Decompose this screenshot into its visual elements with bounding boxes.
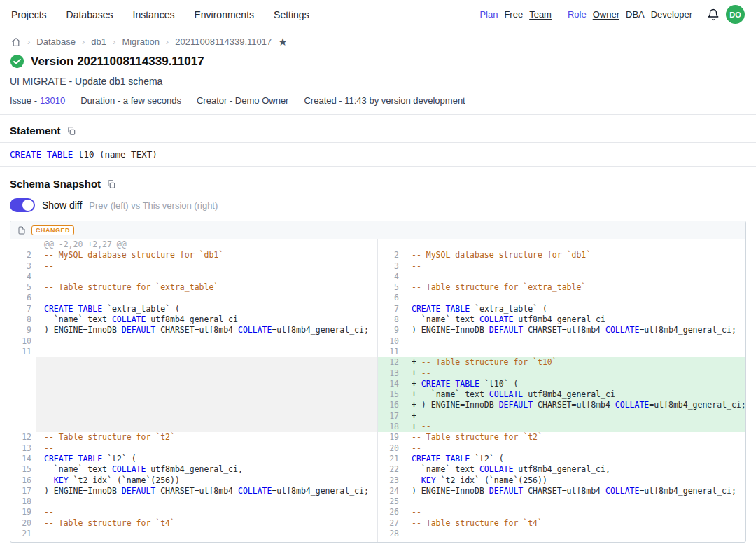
line-number: 3: [10, 261, 36, 272]
line-number: 2: [10, 250, 36, 260]
star-icon[interactable]: ★: [278, 36, 287, 47]
meta-duration: Duration - a few seconds: [80, 95, 181, 106]
migration-subtitle: UI MIGRATE - Update db1 schema: [0, 69, 756, 87]
line-content: --: [403, 507, 746, 517]
diff-line: [10, 400, 377, 410]
breadcrumb-migration[interactable]: Migration: [122, 36, 159, 47]
line-number: 16: [378, 400, 403, 410]
diff-line: 4--: [378, 272, 746, 282]
nav-environments[interactable]: Environments: [194, 9, 254, 20]
line-number: 15: [10, 464, 36, 475]
nav-settings[interactable]: Settings: [274, 9, 309, 20]
line-content: @@ -2,20 +2,27 @@: [36, 239, 377, 250]
issue-link[interactable]: 13010: [40, 95, 65, 106]
diff-left-pane[interactable]: @@ -2,20 +2,27 @@2-- MySQL database stru…: [10, 239, 378, 543]
home-icon[interactable]: [11, 37, 21, 47]
line-content: [403, 336, 746, 347]
role-owner[interactable]: Owner: [593, 9, 620, 20]
statement-section-head: Statement: [0, 115, 756, 142]
version-title-row: Version 20211008114339.11017: [0, 48, 756, 69]
line-content: CREATE TABLE `extra_table` (: [36, 304, 377, 314]
nav-projects[interactable]: Projects: [11, 9, 47, 20]
line-content: -- Table structure for `t4`: [36, 518, 377, 529]
role-dba[interactable]: DBA: [626, 9, 645, 20]
diff-line: 20--: [378, 443, 746, 454]
line-content: [36, 389, 377, 400]
breadcrumb-db1[interactable]: db1: [91, 36, 106, 47]
line-content: --: [403, 293, 746, 303]
diff-line: 25: [378, 496, 746, 507]
breadcrumb-separator: ›: [166, 36, 169, 47]
line-content: --: [36, 261, 377, 272]
line-content: CREATE TABLE `extra_table` (: [403, 304, 746, 314]
line-number: 8: [378, 314, 403, 325]
line-number: 27: [378, 518, 403, 529]
plan-team-link[interactable]: Team: [529, 9, 552, 20]
line-content: -- MySQL database structure for `db1`: [403, 250, 746, 260]
line-number: [10, 357, 36, 368]
line-content: --: [403, 529, 746, 539]
plan-label: Plan: [479, 9, 498, 20]
breadcrumb-separator: ›: [113, 36, 115, 47]
diff-line: 18: [10, 496, 377, 507]
copy-statement-icon[interactable]: [66, 126, 76, 136]
statement-sql: CREATE TABLE t10 (name TEXT): [0, 142, 756, 167]
diff-line: 8 `name` text COLLATE utf8mb4_general_ci: [378, 314, 746, 325]
issue-label: Issue -: [10, 95, 37, 106]
version-meta: Issue - 13010 Duration - a few seconds C…: [0, 87, 756, 114]
diff-line: 23 KEY `t2_idx` (`name`(256)): [378, 475, 746, 486]
line-content: + --: [403, 368, 746, 379]
diff-line: 12+ -- Table structure for `t10`: [378, 357, 746, 368]
toggle-knob: [22, 200, 34, 211]
role-label: Role: [568, 9, 587, 20]
copy-snapshot-icon[interactable]: [106, 179, 116, 189]
line-number: 9: [378, 325, 403, 335]
line-number: 18: [378, 422, 403, 432]
role-developer[interactable]: Developer: [651, 9, 692, 20]
diff-line: 3--: [10, 261, 377, 272]
diff-line: 21CREATE TABLE `t2` (: [378, 454, 746, 464]
diff-line: 16+ ) ENGINE=InnoDB DEFAULT CHARSET=utf8…: [378, 400, 746, 410]
diff-line: [10, 411, 377, 422]
line-content: + ) ENGINE=InnoDB DEFAULT CHARSET=utf8mb…: [403, 400, 746, 410]
breadcrumb-database[interactable]: Database: [36, 36, 76, 47]
diff-line: 10: [378, 336, 746, 347]
nav-right-cluster: Plan Free Team Role Owner DBA Developer …: [479, 5, 745, 24]
line-content: -- Table structure for `extra_table`: [36, 282, 377, 293]
diff-right-pane[interactable]: 2-- MySQL database structure for `db1`3-…: [378, 239, 746, 543]
diff-toggle-row: Show diff Prev (left) vs This version (r…: [0, 195, 756, 212]
diff-line: 5-- Table structure for `extra_table`: [10, 282, 377, 293]
file-icon: [18, 225, 26, 235]
line-number: 6: [10, 293, 36, 303]
line-number: 14: [378, 379, 403, 389]
line-content: [36, 368, 377, 379]
line-content: [36, 496, 377, 507]
avatar[interactable]: DO: [726, 5, 745, 24]
diff-line: 17) ENGINE=InnoDB DEFAULT CHARSET=utf8mb…: [10, 486, 377, 496]
line-number: 13: [10, 443, 36, 454]
line-number: 10: [378, 336, 403, 347]
diff-line: [10, 368, 377, 379]
line-number: 21: [378, 454, 403, 464]
line-number: 3: [378, 261, 403, 272]
line-content: + -- Table structure for `t10`: [403, 357, 746, 368]
line-content: [36, 411, 377, 422]
line-number: 20: [378, 443, 403, 454]
line-number: [10, 400, 36, 410]
line-number: 18: [10, 496, 36, 507]
line-content: --: [36, 443, 377, 454]
show-diff-toggle[interactable]: [10, 198, 35, 212]
line-content: [36, 422, 377, 432]
diff-line: 6--: [378, 293, 746, 303]
diff-line: 7CREATE TABLE `extra_table` (: [10, 304, 377, 314]
notification-bell-icon[interactable]: [707, 8, 720, 21]
line-content: `name` text COLLATE utf8mb4_general_ci,: [403, 464, 746, 475]
nav-databases[interactable]: Databases: [66, 9, 113, 20]
diff-line: 3--: [378, 261, 746, 272]
diff-line: 21--: [10, 529, 377, 539]
breadcrumb-separator: ›: [27, 36, 30, 47]
line-content: -- MySQL database structure for `db1`: [36, 250, 377, 260]
line-number: 14: [10, 454, 36, 464]
line-number: 23: [378, 475, 403, 486]
nav-instances[interactable]: Instances: [133, 9, 175, 20]
